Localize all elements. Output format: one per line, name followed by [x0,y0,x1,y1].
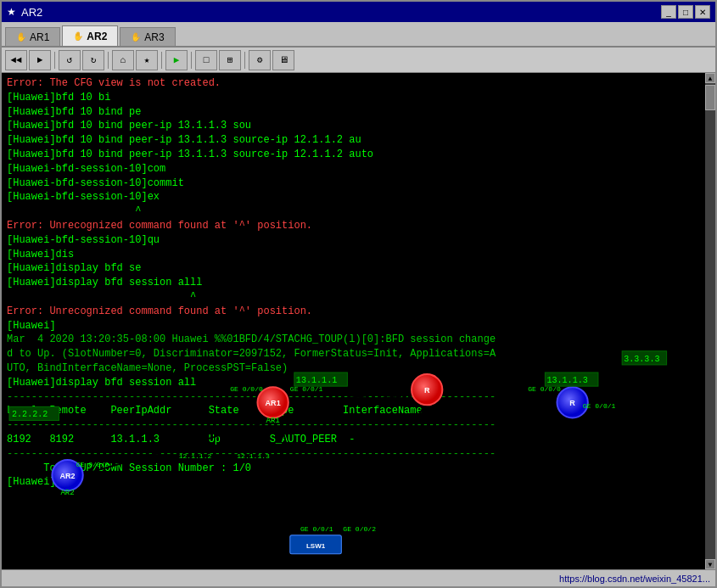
terminal-line-6: [Huawei]bfd 10 bind peer-ip 13.1.1.3 sou… [7,148,700,162]
terminal-line-12: [Huawei-bfd-session-10]qu [7,233,700,248]
status-url: https://blog.csdn.net/weixin_45821... [559,574,710,584]
toolbar-sep-2 [108,52,109,69]
minimize-button[interactable]: _ [661,5,676,19]
scrollbar[interactable]: ▲ ▼ [705,73,715,569]
terminal-line-2: [Huawei]bfd 10 bi [7,91,700,105]
terminal-line-28: Total UP/DOWN Session Number : 1/0 [7,462,700,476]
close-button[interactable]: ✕ [695,5,710,19]
terminal-line-15: [Huawei]display bfd session alll [7,276,700,290]
tab-ar3-label: AR3 [144,31,164,43]
forward-button[interactable]: ► [29,50,51,70]
app-icon: ★ [7,6,16,18]
play-button[interactable]: ▶ [165,50,188,70]
terminal-line-18: [Huawei] [7,319,700,333]
tab-ar3[interactable]: ✋ AR3 [120,27,175,46]
terminal-line-14: [Huawei]display bfd se [7,261,700,276]
window-title: AR2 [21,6,42,19]
terminal-line-13: [Huawei]dis [7,248,700,262]
toolbar: ◄◄ ► ↺ ↻ ⌂ ★ ▶ □ ⊞ ⚙ 🖥 [2,48,715,73]
terminal-line-27: ----------------------------------------… [7,447,700,462]
terminal-line-10: ^ [7,204,700,219]
terminal-line-20: d to Up. (SlotNumber=0, Discriminator=20… [7,347,700,361]
terminal-line-5: [Huawei]bfd 10 bind peer-ip 13.1.1.3 sou… [7,133,700,148]
refresh-button[interactable]: ↺ [59,50,81,70]
terminal-line-19: Mar 4 2020 13:20:35-08:00 Huawei %%01BFD… [7,333,700,347]
window-controls: _ □ ✕ [661,5,710,19]
monitor-button[interactable]: 🖥 [272,50,294,70]
terminal-line-29: [Huawei]█ [7,475,700,490]
tab-ar2-label: AR2 [87,31,107,42]
terminal-line-24: Local Remote PeerIpAddr State Type Inter… [7,404,700,418]
terminal-line-22: [Huawei]display bfd session all [7,376,700,390]
stop-button[interactable]: ↻ [82,50,104,70]
scroll-up[interactable]: ▲ [705,73,715,83]
toolbar-sep-5 [244,52,245,69]
tab-ar1[interactable]: ✋ AR1 [5,27,60,46]
tab-ar1-label: AR1 [30,31,49,43]
terminal-line-4: [Huawei]bfd 10 bind peer-ip 13.1.1.3 sou [7,119,700,133]
grid-button[interactable]: ⊞ [219,50,241,70]
status-bar: https://blog.csdn.net/weixin_45821... [2,569,715,586]
scroll-thumb[interactable] [705,85,715,110]
toolbar-sep-1 [54,52,55,69]
terminal-line-11: Error: Unrecognized command found at '^'… [7,219,700,233]
scroll-track [705,83,715,559]
terminal-line-7: [Huawei-bfd-session-10]com [7,162,700,176]
toolbar-sep-4 [191,52,192,69]
terminal-line-8: [Huawei-bfd-session-10]commit [7,176,700,191]
tab-ar1-icon: ✋ [16,32,26,42]
title-bar: ★ AR2 _ □ ✕ [2,2,715,22]
restore-button[interactable]: □ [678,5,693,19]
tab-ar3-icon: ✋ [131,32,141,42]
title-bar-left: ★ AR2 [7,6,42,19]
terminal-line-25: ----------------------------------------… [7,418,700,433]
tab-ar2-icon: ✋ [73,31,83,41]
home-button[interactable]: ⌂ [112,50,134,70]
terminal-line-26: 8192 8192 13.1.1.3 Up S_AUTO_PEER - [7,433,700,447]
settings-button[interactable]: ⚙ [249,50,271,70]
scroll-down[interactable]: ▼ [705,559,715,569]
main-area: Error: The CFG view is not created. [Hua… [2,73,715,569]
back-button[interactable]: ◄◄ [5,50,27,70]
tab-bar: ✋ AR1 ✋ AR2 ✋ AR3 [2,22,715,48]
terminal-line-9: [Huawei-bfd-session-10]ex [7,190,700,204]
terminal-line-1: Error: The CFG view is not created. [7,76,700,91]
tab-ar2[interactable]: ✋ AR2 [62,25,118,46]
terminal[interactable]: Error: The CFG view is not created. [Hua… [2,73,705,569]
terminal-line-3: [Huawei]bfd 10 bind pe [7,105,700,120]
terminal-line-23: ----------------------------------------… [7,390,700,405]
terminal-line-21: UTO, BindInterfaceName=None, ProcessPST=… [7,361,700,376]
bookmark-button[interactable]: ★ [136,50,158,70]
toolbar-sep-3 [161,52,162,69]
terminal-line-16: ^ [7,290,700,305]
terminal-line-17: Error: Unrecognized command found at '^'… [7,305,700,319]
main-window: ★ AR2 _ □ ✕ ✋ AR1 ✋ AR2 ✋ AR3 ◄◄ ► ↺ ↻ ⌂ [0,0,717,588]
camera-button[interactable]: □ [195,50,217,70]
